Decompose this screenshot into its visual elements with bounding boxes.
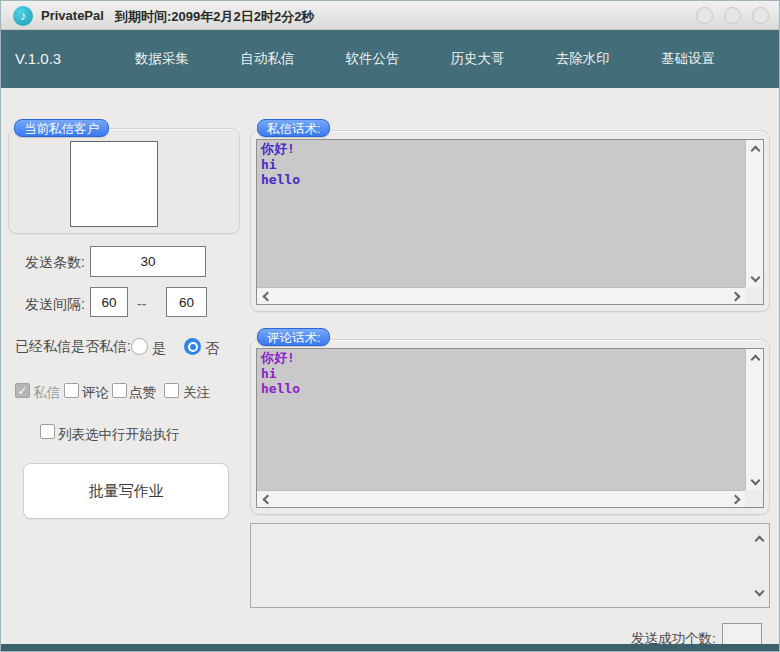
- checkbox-like-label[interactable]: 点赞: [129, 384, 156, 402]
- close-icon[interactable]: [752, 7, 769, 24]
- nav-bar: V.1.0.3 数据采集 自动私信 软件公告 历史大哥 去除水印 基础设置: [1, 30, 779, 88]
- checkbox-list-row-start-label[interactable]: 列表选中行开始执行: [58, 426, 180, 444]
- scroll-corner: [745, 287, 763, 304]
- title-bar: ♪ PrivatePal 到期时间:2099年2月2日2时2分2秒: [1, 1, 779, 30]
- checkbox-like[interactable]: [112, 383, 127, 398]
- tab-auto-dm[interactable]: 自动私信: [238, 44, 296, 74]
- scroll-down-icon[interactable]: [747, 269, 763, 285]
- success-count-value: [722, 623, 762, 646]
- checkbox-follow-label[interactable]: 关注: [183, 384, 210, 402]
- already-dm-label: 已经私信是否私信:: [15, 338, 131, 356]
- dm-vertical-scrollbar[interactable]: [745, 140, 763, 287]
- scroll-corner: [745, 490, 763, 507]
- comment-script-textarea[interactable]: 你好! hi hello: [256, 348, 764, 508]
- scroll-down-icon[interactable]: [747, 472, 763, 488]
- customer-avatar-placeholder: [70, 141, 158, 227]
- radio-yes[interactable]: [131, 338, 148, 355]
- comment-horizontal-scrollbar[interactable]: [257, 490, 745, 507]
- checkbox-dm[interactable]: ✓: [15, 383, 30, 398]
- minimize-icon[interactable]: [696, 7, 713, 24]
- footer-strip: [1, 644, 779, 651]
- app-window: ♪ PrivatePal 到期时间:2099年2月2日2时2分2秒 V.1.0.…: [0, 0, 780, 652]
- comment-script-badge: 评论话术:: [257, 328, 330, 346]
- current-customer-badge: 当前私信客户: [14, 119, 109, 137]
- tab-basic-settings[interactable]: 基础设置: [659, 44, 717, 74]
- expiry-time-text: 到期时间:2099年2月2日2时2分2秒: [115, 8, 314, 26]
- radio-no-label[interactable]: 否: [205, 340, 219, 358]
- send-count-label: 发送条数:: [25, 254, 85, 272]
- send-interval-label: 发送间隔:: [25, 296, 85, 314]
- radio-yes-label[interactable]: 是: [152, 340, 166, 358]
- nav-tabs: 数据采集 自动私信 软件公告 历史大哥 去除水印 基础设置: [133, 30, 717, 88]
- checkbox-list-row-start[interactable]: [40, 424, 55, 439]
- scroll-left-icon[interactable]: [259, 288, 275, 304]
- tab-remove-watermark[interactable]: 去除水印: [554, 44, 612, 74]
- dm-script-text[interactable]: 你好! hi hello: [257, 140, 745, 287]
- tab-history[interactable]: 历史大哥: [449, 44, 507, 74]
- scroll-left-icon[interactable]: [259, 491, 275, 507]
- checkbox-follow[interactable]: [164, 383, 179, 398]
- checkbox-dm-label[interactable]: 私信: [33, 384, 60, 402]
- batch-write-button[interactable]: 批量写作业: [23, 463, 229, 519]
- tab-software-notice[interactable]: 软件公告: [343, 44, 401, 74]
- music-note-icon: ♪: [13, 6, 33, 26]
- dm-script-badge: 私信话术:: [257, 119, 330, 137]
- dm-script-textarea[interactable]: 你好! hi hello: [256, 139, 764, 305]
- interval-separator: --: [137, 296, 146, 312]
- version-label: V.1.0.3: [15, 50, 61, 67]
- comment-vertical-scrollbar[interactable]: [745, 349, 763, 490]
- scroll-up-icon[interactable]: [747, 351, 763, 367]
- radio-no[interactable]: [184, 338, 201, 355]
- log-listbox[interactable]: [250, 523, 770, 608]
- scroll-up-icon[interactable]: [747, 142, 763, 158]
- interval-min-input[interactable]: [90, 287, 128, 317]
- send-count-input[interactable]: [90, 246, 206, 277]
- scroll-right-icon[interactable]: [727, 491, 743, 507]
- tab-data-collection[interactable]: 数据采集: [133, 44, 191, 74]
- checkbox-comment-label[interactable]: 评论: [82, 384, 109, 402]
- scroll-down-icon[interactable]: [751, 583, 767, 599]
- app-title: PrivatePal: [41, 8, 104, 23]
- scroll-right-icon[interactable]: [727, 288, 743, 304]
- maximize-icon[interactable]: [724, 7, 741, 24]
- log-text: [255, 524, 749, 607]
- comment-script-text[interactable]: 你好! hi hello: [257, 349, 745, 490]
- checkbox-comment[interactable]: [64, 383, 79, 398]
- dm-horizontal-scrollbar[interactable]: [257, 287, 745, 304]
- interval-max-input[interactable]: [166, 287, 207, 317]
- scroll-up-icon[interactable]: [751, 532, 767, 548]
